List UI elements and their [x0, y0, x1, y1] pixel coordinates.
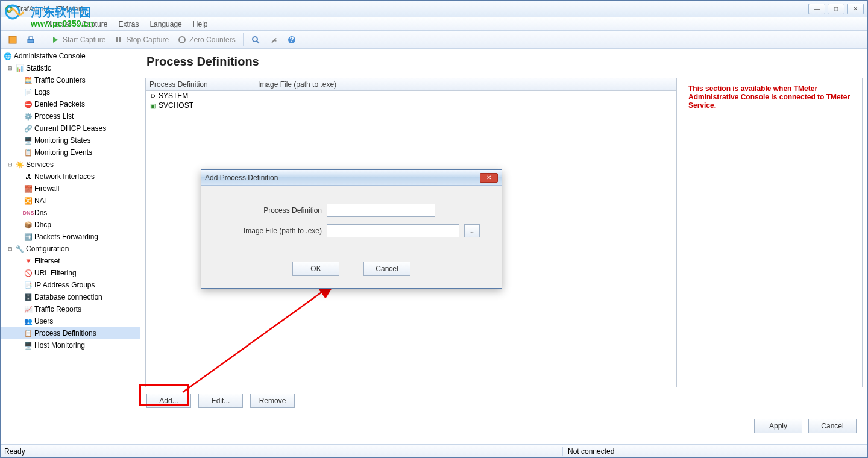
toolbar-help-icon[interactable]: ? — [283, 34, 300, 46]
tree-root[interactable]: 🌐Administative Console — [1, 50, 140, 62]
minimize-button[interactable]: — — [808, 4, 825, 14]
process-definition-label: Process Definition — [213, 206, 322, 215]
process-icon: ▣ — [148, 101, 157, 110]
svg-text:?: ? — [289, 36, 294, 44]
column-process-definition[interactable]: Process Definition — [146, 78, 254, 90]
table-row[interactable]: ⚙SYSTEM — [146, 91, 676, 101]
denied-icon: ⛔ — [24, 99, 33, 109]
menubar: Filterset Capture Extras Language Help — [1, 17, 867, 31]
tree-configuration[interactable]: ⊟🔧Configuration — [1, 243, 140, 255]
tree-dhcp[interactable]: 📦Dhcp — [1, 219, 140, 231]
status-left: Ready — [4, 447, 25, 456]
menu-capture[interactable]: Capture — [77, 19, 113, 30]
firewall-icon: 🧱 — [24, 184, 33, 193]
tree-users[interactable]: 👥Users — [1, 315, 140, 327]
tree-packets-fwd[interactable]: ➡️Packets Forwarding — [1, 231, 140, 243]
collapse-icon[interactable]: ⊟ — [7, 161, 14, 168]
tree-nat[interactable]: 🔀NAT — [1, 195, 140, 207]
tree-logs[interactable]: 📄Logs — [1, 86, 140, 98]
block-icon: 🚫 — [24, 268, 33, 278]
browse-button[interactable]: ... — [464, 224, 480, 237]
menu-extras[interactable]: Extras — [113, 19, 143, 30]
process-definition-input[interactable] — [327, 204, 435, 217]
add-process-definition-dialog: Add Process Definition ✕ Process Definit… — [201, 169, 502, 289]
tree-mon-states[interactable]: 🖥️Monitoring States — [1, 134, 140, 146]
svg-rect-6 — [119, 37, 121, 42]
statusbar: Ready Not connected — [1, 444, 867, 457]
start-capture-button[interactable]: Start Capture — [47, 34, 109, 46]
tree-traffic-reports[interactable]: 📈Traffic Reports — [1, 303, 140, 315]
toolbar-magnify-icon[interactable] — [247, 34, 264, 46]
menu-help[interactable]: Help — [188, 19, 213, 30]
svg-rect-3 — [28, 39, 34, 43]
toolbar-icon-2[interactable] — [22, 34, 39, 46]
tree-denied-packets[interactable]: ⛔Denied Packets — [1, 98, 140, 110]
monitor-icon: 🖥️ — [24, 136, 33, 145]
remove-button[interactable]: Remove — [250, 394, 295, 408]
counter-icon: 🧮 — [24, 75, 33, 85]
tree-dhcp-leases[interactable]: 🔗Current DHCP Leases — [1, 122, 140, 134]
hostmon-icon: 🖥️ — [24, 340, 33, 350]
toolbar-wrench-icon[interactable] — [265, 34, 282, 46]
svg-line-9 — [257, 41, 259, 43]
globe-icon: 🌐 — [3, 51, 13, 61]
stop-capture-button[interactable]: Stop Capture — [110, 34, 172, 46]
ok-button[interactable]: OK — [292, 262, 339, 276]
play-icon — [51, 35, 60, 45]
apply-button[interactable]: Apply — [754, 419, 802, 433]
dialog-titlebar[interactable]: Add Process Definition ✕ — [201, 170, 502, 186]
tree-mon-events[interactable]: 📋Monitoring Events — [1, 146, 140, 158]
process-icon: ⚙ — [148, 92, 157, 100]
content-area: Process Definitions Process Definition I… — [140, 49, 867, 444]
tree-ip-groups[interactable]: 📑IP Address Groups — [1, 279, 140, 291]
close-window-button[interactable]: ✕ — [847, 4, 864, 14]
page-title: Process Definitions — [145, 52, 863, 74]
nat-icon: 🔀 — [24, 196, 33, 205]
window-title: TrafAdmin - [TMeter] — [16, 5, 808, 13]
zero-icon — [177, 35, 187, 45]
dhcp-icon: 🔗 — [24, 124, 33, 133]
sidebar-tree: 🌐Administative Console ⊟📊Statistic 🧮Traf… — [1, 49, 140, 444]
add-button[interactable]: Add... — [146, 394, 191, 408]
svg-point-7 — [179, 37, 185, 43]
tree-dns[interactable]: DNSDns — [1, 207, 140, 219]
tree-db-connection[interactable]: 🗄️Database connection — [1, 291, 140, 303]
dialog-cancel-button[interactable]: Cancel — [363, 262, 410, 276]
dhcp2-icon: 📦 — [24, 220, 33, 230]
table-row[interactable]: ▣SVCHOST — [146, 101, 676, 110]
tree-firewall[interactable]: 🧱Firewall — [1, 183, 140, 195]
wrench-icon: 🔧 — [15, 244, 25, 254]
tree-statistic[interactable]: ⊟📊Statistic — [1, 62, 140, 74]
procdef-icon: 📋 — [24, 328, 33, 338]
tree-traffic-counters[interactable]: 🧮Traffic Counters — [1, 74, 140, 86]
tree-filterset[interactable]: 🔻Filterset — [1, 255, 140, 267]
image-file-input[interactable] — [327, 224, 459, 237]
edit-button[interactable]: Edit... — [198, 394, 243, 408]
menu-filterset[interactable]: Filterset — [40, 19, 76, 30]
svg-point-8 — [253, 37, 257, 42]
collapse-icon[interactable]: ⊟ — [7, 64, 14, 72]
toolbar-icon-1[interactable] — [4, 34, 21, 46]
filter-icon: 🔻 — [24, 256, 33, 266]
toolbar: Start Capture Stop Capture Zero Counters… — [1, 31, 867, 49]
svg-rect-2 — [9, 36, 16, 43]
menu-language[interactable]: Language — [145, 19, 186, 30]
tree-services[interactable]: ⊟☀️Services — [1, 158, 140, 171]
status-right: Not connected — [562, 447, 852, 456]
net-icon: 🖧 — [24, 172, 33, 181]
tree-network-interfaces[interactable]: 🖧Network Interfaces — [1, 171, 140, 183]
db-icon: 🗄️ — [24, 292, 33, 302]
dialog-close-button[interactable]: ✕ — [480, 173, 498, 183]
info-panel: This section is available when TMeter Ad… — [682, 78, 863, 387]
list-header: Process Definition Image File (path to .… — [146, 78, 676, 91]
tree-process-definitions[interactable]: 📋Process Definitions — [1, 327, 140, 339]
tree-process-list[interactable]: ⚙️Process List — [1, 110, 140, 122]
tree-url-filtering[interactable]: 🚫URL Filtering — [1, 267, 140, 279]
maximize-button[interactable]: □ — [828, 4, 844, 14]
zero-counters-button[interactable]: Zero Counters — [174, 34, 239, 46]
cancel-button[interactable]: Cancel — [808, 419, 857, 433]
connection-notice: This section is available when TMeter Ad… — [688, 84, 856, 110]
tree-host-monitoring[interactable]: 🖥️Host Monitoring — [1, 339, 140, 351]
column-image-file[interactable]: Image File (path to .exe) — [254, 78, 676, 90]
collapse-icon[interactable]: ⊟ — [7, 245, 14, 253]
